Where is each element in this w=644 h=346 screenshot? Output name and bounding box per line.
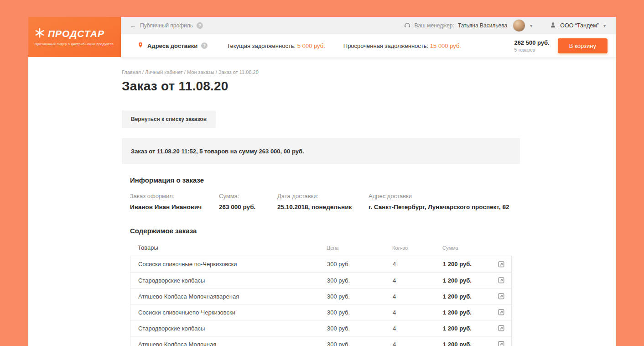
brand-logo[interactable]: ПРОДСТАР Признанный лидер в дистрибьюции…: [28, 17, 121, 57]
topbar: ← Публичный профиль ? Ваш менеджер: Тать: [121, 17, 616, 34]
product-name: Сосиски сливочныепо-Черкизовски: [130, 309, 327, 316]
back-to-orders-button[interactable]: Вернуться к списку заказов: [122, 110, 216, 128]
company-name: ООО “Тандем”: [560, 22, 599, 29]
product-qty: 4: [393, 341, 443, 346]
field-delivery-date: Дата доставки: 25.10.2018, понедельник: [277, 193, 369, 210]
main-card: ПРОДСТАР Признанный лидер в дистрибьюции…: [28, 17, 616, 346]
product-price: 300 руб.: [327, 325, 393, 332]
order-contents-section: Содержимое заказа Товары Цена Кол-во Сум…: [130, 227, 520, 346]
product-qty: 4: [393, 325, 443, 332]
field-created-by: Заказ оформил: Иванов Иван Иванович: [130, 193, 219, 210]
overdue-debt-value: 15 000 руб.: [430, 42, 461, 49]
product-sum: 1 200 руб.: [443, 261, 490, 267]
table-row: Атяшево Колбаса Молочная 300 руб. 4 1 20…: [130, 336, 511, 346]
order-info-title: Информация о заказе: [130, 176, 520, 184]
subheader: Адреса доставки ? Текущая задолженность:…: [121, 34, 616, 57]
add-to-cart-icon[interactable]: [490, 341, 512, 346]
page-title: Заказ от 11.08.20: [122, 79, 520, 94]
delivery-addresses-label: Адреса доставки: [147, 42, 197, 49]
location-pin-icon: [137, 41, 144, 51]
main-content: ГлавнаяЛичный кабинетМои заказыЗаказ от …: [28, 57, 616, 346]
product-sum: 1 200 руб.: [443, 341, 490, 346]
public-profile-link[interactable]: ← Публичный профиль ?: [130, 22, 203, 29]
cart-count: 5 товаров: [514, 47, 549, 52]
brand-tagline: Признанный лидер в дистрибьюции продукто…: [35, 42, 114, 46]
breadcrumb: ГлавнаяЛичный кабинетМои заказыЗаказ от …: [122, 69, 520, 75]
header: ПРОДСТАР Признанный лидер в дистрибьюции…: [28, 17, 616, 57]
company-menu[interactable]: ООО “Тандем” ▾: [550, 21, 607, 30]
field-value: Иванов Иван Иванович: [130, 204, 212, 210]
field-delivery-address: Адрес доставки г. Санкт-Петербург, Лунач…: [369, 193, 516, 210]
table-row: Атяшево Колбаса Молочнаявареная 300 руб.…: [130, 288, 511, 304]
add-to-cart-icon[interactable]: [490, 261, 512, 268]
product-name: Стародворские колбасы: [130, 325, 327, 332]
product-qty: 4: [393, 309, 443, 316]
headset-icon: [404, 21, 411, 30]
product-name: Стародворские колбасы: [130, 277, 327, 284]
order-summary-bar: Заказ от 11.08.20 11:52, 5 товаров на су…: [122, 138, 520, 164]
breadcrumb-home[interactable]: Главная: [122, 69, 141, 75]
public-profile-label: Публичный профиль: [140, 22, 193, 29]
breadcrumb-account[interactable]: Личный кабинет: [141, 69, 183, 75]
overdue-debt-label: Просроченная задолженность:: [343, 42, 428, 49]
info-icon[interactable]: ?: [201, 42, 208, 49]
product-sum: 1 200 руб.: [443, 277, 490, 284]
product-name: Атяшево Колбаса Молочная: [130, 341, 327, 346]
field-total: Сумма: 263 000 руб.: [219, 193, 277, 210]
current-debt-label: Текущая задолженность:: [227, 42, 296, 49]
product-price: 300 руб.: [327, 293, 393, 300]
manager-avatar[interactable]: [513, 19, 525, 32]
col-qty: Кол-во: [392, 245, 442, 251]
product-price: 300 руб.: [327, 261, 393, 267]
add-to-cart-icon[interactable]: [490, 293, 512, 300]
order-info-section: Информация о заказе Заказ оформил: Ивано…: [130, 176, 520, 210]
table-header: Товары Цена Кол-во Сумма: [130, 241, 512, 256]
add-to-cart-icon[interactable]: [490, 309, 512, 316]
table-row: Стародворские колбасы 300 руб. 4 1 200 р…: [130, 272, 511, 288]
col-products: Товары: [130, 244, 327, 251]
chevron-down-icon[interactable]: ▾: [602, 23, 607, 28]
col-sum: Сумма: [442, 245, 490, 251]
table-row: Стародворские колбасы 300 руб. 4 1 200 р…: [130, 320, 511, 336]
product-price: 300 руб.: [327, 341, 393, 346]
col-price: Цена: [327, 245, 392, 251]
manager-menu[interactable]: Ваш менеджер: Татьяна Васильева ▾: [404, 19, 534, 32]
order-contents-title: Содержимое заказа: [130, 227, 520, 235]
cart-button[interactable]: В корзину: [558, 38, 608, 53]
overdue-debt: Просроченная задолженность: 15 000 руб.: [343, 42, 461, 49]
field-value: г. Санкт-Петербург, Луначарского проспек…: [369, 204, 509, 210]
field-value: 263 000 руб.: [219, 204, 270, 210]
table-row: Сосиски сливочные по-Черкизовски 300 руб…: [130, 256, 511, 272]
order-items-table: Товары Цена Кол-во Сумма Сосиски сливочн…: [130, 241, 512, 346]
product-name: Сосиски сливочные по-Черкизовски: [130, 261, 327, 267]
product-qty: 4: [393, 277, 443, 284]
table-body: Сосиски сливочные по-Черкизовски 300 руб…: [130, 256, 512, 346]
add-to-cart-icon[interactable]: [490, 325, 512, 332]
manager-label: Ваш менеджер:: [415, 22, 454, 29]
current-debt: Текущая задолженность: 5 000 руб.: [227, 42, 325, 49]
back-arrow-icon: ←: [130, 22, 136, 29]
product-qty: 4: [393, 261, 443, 267]
field-value: 25.10.2018, понедельник: [277, 204, 361, 210]
field-label: Сумма:: [219, 193, 270, 199]
info-icon[interactable]: ?: [197, 22, 203, 29]
person-icon: [550, 21, 556, 30]
product-sum: 1 200 руб.: [443, 325, 490, 332]
add-to-cart-icon[interactable]: [490, 277, 512, 284]
brand-name: ПРОДСТАР: [48, 28, 104, 39]
delivery-addresses-link[interactable]: Адреса доставки ?: [137, 41, 208, 51]
cart-total: 262 500 руб.: [514, 39, 549, 46]
field-label: Заказ оформил:: [130, 193, 212, 199]
chevron-down-icon[interactable]: ▾: [529, 23, 533, 28]
product-qty: 4: [393, 293, 443, 300]
current-debt-value: 5 000 руб.: [297, 42, 325, 49]
product-name: Атяшево Колбаса Молочнаявареная: [130, 293, 327, 300]
field-label: Адрес доставки: [369, 193, 509, 199]
star-icon: [35, 28, 45, 40]
manager-name: Татьяна Васильева: [458, 22, 507, 29]
field-label: Дата доставки:: [277, 193, 361, 199]
product-price: 300 руб.: [327, 277, 393, 284]
table-row: Сосиски сливочныепо-Черкизовски 300 руб.…: [130, 304, 511, 320]
breadcrumb-current: Заказ от 11.08.20: [214, 69, 259, 75]
breadcrumb-orders[interactable]: Мои заказы: [183, 69, 214, 75]
